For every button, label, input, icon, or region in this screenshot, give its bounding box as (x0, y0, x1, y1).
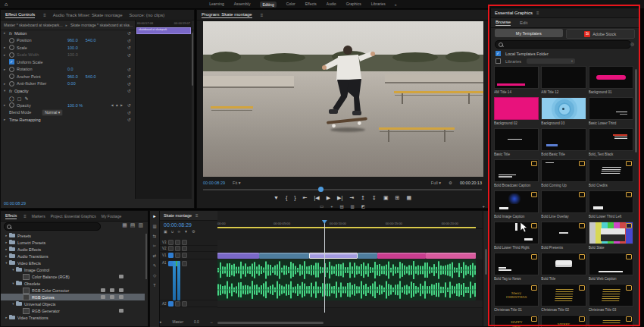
go-to-in-button[interactable]: ⇤ (303, 195, 308, 201)
stopwatch-icon[interactable] (9, 52, 14, 58)
local-templates-checkbox[interactable]: Local Templates Folder (496, 51, 549, 56)
panel-menu-icon[interactable]: ≡ (43, 13, 46, 17)
keyframe-nav-icons[interactable]: ◀ ◆ ▶ (111, 103, 123, 107)
workspace-tab-libraries[interactable]: Libraries (371, 2, 386, 8)
twirl-icon[interactable]: ▾ (11, 268, 16, 272)
tab-project-essential-graphics[interactable]: Project: Essential Graphics (51, 214, 96, 219)
templates-scrollbar[interactable] (635, 69, 637, 152)
template-thumbnail[interactable] (589, 66, 633, 89)
effect-controls-timecode[interactable]: 00:00:08:29 (4, 201, 26, 206)
home-icon[interactable]: ⌂ (5, 2, 8, 7)
work-area-bar[interactable] (217, 227, 476, 228)
property-row-uniform-scale[interactable]: Uniform Scale (1, 58, 136, 66)
safe-margins-button[interactable]: ▭ (320, 204, 324, 209)
property-row-rotation[interactable]: ▸Rotation0.0↺ (1, 66, 136, 74)
twirl-icon[interactable]: ▸ (4, 53, 9, 57)
track-a1[interactable] (217, 259, 484, 301)
linked-selection-icon[interactable]: ∞ (177, 229, 180, 234)
template-thumbnail[interactable] (541, 190, 586, 213)
tab-my-footage[interactable]: My Footage (102, 214, 121, 219)
template-thumbnail[interactable] (589, 284, 633, 307)
effect-rgb-color-corrector[interactable]: RGB Color Corrector (1, 287, 145, 294)
template-thumbnail[interactable] (589, 253, 633, 275)
template-thumbnail[interactable] (541, 97, 586, 120)
ellipse-mask-icon[interactable]: ◯ (9, 96, 14, 101)
type-tool[interactable]: T (153, 283, 155, 288)
reset-icon[interactable]: ↺ (127, 30, 131, 36)
property-value[interactable]: 960.0540.0 (67, 38, 96, 42)
property-row-anti-flicker-filter[interactable]: ▸Anti-flicker Filter0.00↺ (1, 80, 136, 88)
tab-source-no-clips-[interactable]: Source: (no clips) (129, 13, 164, 17)
stopwatch-icon[interactable] (9, 45, 14, 50)
twirl-icon[interactable]: ▸ (4, 82, 9, 86)
template-thumbnail[interactable] (589, 315, 633, 327)
template-item-6[interactable]: Basic Lower Third (589, 97, 633, 127)
workspace-overflow-icon[interactable]: » (395, 2, 397, 7)
template-item-27[interactable] (589, 315, 633, 327)
effect-controls-mini-timeline[interactable]: 00:00:57:06 00:00:59:07 skateboard at sk… (135, 20, 192, 199)
track-select-tool[interactable]: ▥ (152, 224, 156, 228)
step-back-button[interactable]: |◀ (314, 195, 319, 201)
track-a2[interactable] (217, 300, 484, 308)
twirl-icon[interactable]: ▸ (4, 254, 9, 258)
template-thumbnail[interactable] (589, 222, 633, 244)
template-item-26[interactable]: MERRY CHRISTMAS (541, 315, 586, 327)
template-thumbnail[interactable]: Merry CHRISTMAS (494, 284, 539, 307)
mini-timeline-clip[interactable]: skateboard at skatepark (136, 27, 191, 34)
template-thumbnail[interactable] (494, 66, 539, 89)
workspace-tab-graphics[interactable]: Graphics (346, 2, 361, 8)
template-thumbnail[interactable] (589, 190, 633, 213)
reset-icon[interactable]: ↺ (127, 110, 131, 115)
track-header-v1[interactable]: V1 (160, 252, 217, 259)
twirl-icon[interactable]: ▾ (11, 281, 16, 285)
workspace-tab-editing[interactable]: Editing (260, 2, 276, 8)
panel-menu-icon[interactable]: ≡ (536, 11, 539, 15)
template-thumbnail[interactable] (541, 128, 586, 151)
workspace-tab-effects[interactable]: Effects (305, 2, 317, 8)
template-item-23[interactable]: Christmas Title 02 (541, 284, 586, 313)
panel-menu-icon[interactable]: ≡ (261, 13, 264, 17)
twirl-icon[interactable]: ▸ (4, 234, 9, 237)
effect-controls-scrollbar[interactable] (192, 33, 193, 86)
settings-icon[interactable]: ⚙ (192, 229, 195, 234)
proxy-toggle-button[interactable]: ▤ (339, 204, 343, 209)
stopwatch-icon[interactable] (9, 38, 14, 43)
snap-icon[interactable]: ∪ (171, 229, 174, 234)
reset-icon[interactable]: ↺ (127, 117, 131, 122)
checkbox-checked-icon[interactable] (496, 51, 501, 56)
template-thumbnail[interactable] (589, 128, 633, 151)
template-item-10[interactable]: Bold Broadcast Caption (494, 159, 539, 189)
template-item-9[interactable]: Bold_Text Black (589, 128, 633, 158)
workspace-tab-learning[interactable]: Learning (209, 2, 224, 8)
tab-audio-track-mixer-skate-montage[interactable]: Audio Track Mixer: Skate montage (53, 13, 123, 17)
video-clip-6[interactable] (426, 253, 477, 259)
comparison-view-button[interactable]: ⊞ (395, 195, 400, 201)
template-item-25[interactable]: HAPPY NEW YEAR (494, 315, 539, 327)
lift-button[interactable]: ↥ (361, 195, 365, 201)
template-item-12[interactable]: Bold Credits (589, 159, 633, 189)
folder-presets[interactable]: ▸Presets (1, 232, 145, 239)
slip-tool[interactable]: ⇄ (153, 253, 157, 258)
folder-audio-effects[interactable]: ▸Audio Effects (1, 246, 145, 253)
template-item-4[interactable]: Background 02 (494, 97, 539, 127)
template-thumbnail[interactable] (589, 97, 633, 120)
nest-icon[interactable]: ▣ (164, 229, 167, 234)
effect-rgb-generator[interactable]: RGB Generator (1, 307, 145, 314)
template-item-18[interactable]: Bold Slate (589, 222, 633, 251)
property-row-blend-mode[interactable]: Blend ModeNormal ▾↺ (1, 109, 136, 117)
video-clip-2[interactable] (259, 253, 310, 259)
panel-menu-icon[interactable]: ≡ (23, 214, 27, 219)
tab-edit[interactable]: Edit (520, 20, 527, 25)
property-value[interactable]: 960.0540.0 (67, 74, 96, 79)
template-thumbnail[interactable]: HAPPY NEW YEAR (494, 315, 539, 327)
template-item-22[interactable]: Merry CHRISTMASChristmas Title 01 (494, 284, 539, 313)
twirl-icon[interactable]: ▾ (4, 261, 9, 265)
template-item-19[interactable]: Bold Tag to News (494, 253, 539, 282)
template-item-7[interactable]: Basic Title (494, 128, 539, 158)
folder-video-transitions[interactable]: ▸Video Transitions (1, 314, 145, 321)
effect-color-balance-rgb-[interactable]: Color Balance (RGB) (1, 273, 145, 280)
icon-view-icon[interactable]: ▥ (138, 222, 143, 228)
property-row-anchor-point[interactable]: Anchor Point960.0540.0↺ (1, 73, 136, 80)
effects-search-box[interactable] (4, 222, 101, 231)
folder-lumetri-presets[interactable]: ▸Lumetri Presets (1, 239, 145, 246)
